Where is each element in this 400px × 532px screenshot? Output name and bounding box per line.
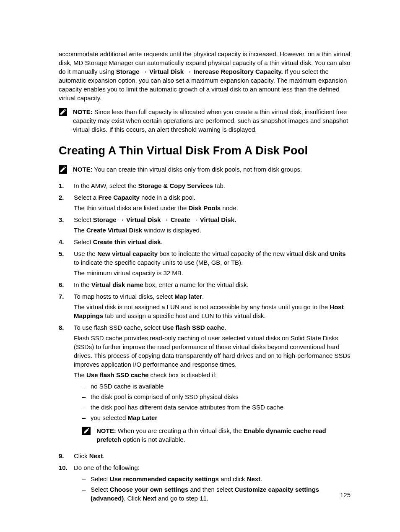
note-pencil-icon bbox=[82, 427, 91, 435]
note-block-1: NOTE: Since less than full capacity is a… bbox=[59, 107, 351, 134]
note-1-text: NOTE: Since less than full capacity is a… bbox=[73, 107, 351, 134]
step-7-sub: The virtual disk is not assigned a LUN a… bbox=[74, 303, 351, 320]
step-2: Select a Free Capacity node in a disk po… bbox=[59, 193, 351, 212]
step-9: Click Next. bbox=[59, 451, 351, 460]
page-number: 125 bbox=[340, 490, 351, 499]
intro-menu-path: Storage → Virtual Disk → Increase Reposi… bbox=[116, 68, 283, 75]
dash-item: you selected Map Later bbox=[82, 413, 351, 422]
note-pencil-icon bbox=[59, 165, 67, 174]
step-8-note-text: NOTE: When you are creating a thin virtu… bbox=[96, 426, 351, 444]
step-8: To use flash SSD cache, select Use flash… bbox=[59, 323, 351, 444]
dash-item: Select Use recommended capacity settings… bbox=[82, 475, 351, 483]
step-6: In the Virtual disk name box, enter a na… bbox=[59, 280, 351, 289]
step-5: Use the New virtual capacity box to indi… bbox=[59, 249, 351, 277]
step-10-dashes: Select Use recommended capacity settings… bbox=[82, 475, 351, 503]
dash-item: the disk pool is comprised of only SSD p… bbox=[82, 392, 351, 401]
note-block-2: NOTE: You can create thin virtual disks … bbox=[59, 165, 351, 174]
note-pencil-icon bbox=[59, 108, 67, 116]
step-1: In the AMW, select the Storage & Copy Se… bbox=[59, 181, 351, 190]
step-3: Select Storage → Virtual Disk → Create →… bbox=[59, 215, 351, 235]
step-3-sub: The Create Virtual Disk window is displa… bbox=[74, 226, 351, 235]
note-1-body: Since less than full capacity is allocat… bbox=[73, 108, 348, 133]
note-2-label: NOTE: bbox=[73, 166, 93, 173]
step-7: To map hosts to virtual disks, select Ma… bbox=[59, 292, 351, 320]
step-8-p3: The Use flash SSD cache check box is dis… bbox=[74, 370, 351, 379]
section-heading: Creating A Thin Virtual Disk From A Disk… bbox=[59, 143, 351, 159]
step-10: Do one of the following: Select Use reco… bbox=[59, 463, 351, 503]
step-5-sub: The minimum virtual capacity is 32 MB. bbox=[74, 269, 351, 277]
dash-item: no SSD cache is available bbox=[82, 382, 351, 391]
intro-paragraph: accommodate additional write requests un… bbox=[59, 50, 351, 102]
step-8-note: NOTE: When you are creating a thin virtu… bbox=[82, 426, 351, 444]
note-2-body: You can create thin virtual disks only f… bbox=[93, 166, 302, 173]
note-1-label: NOTE: bbox=[73, 108, 93, 115]
dash-item: the disk pool has different data service… bbox=[82, 403, 351, 412]
dash-item: Select Choose your own settings and then… bbox=[82, 485, 351, 503]
note-2-text: NOTE: You can create thin virtual disks … bbox=[73, 165, 351, 174]
step-2-sub: The thin virtual disks are listed under … bbox=[74, 203, 351, 212]
step-8-p2: Flash SSD cache provides read-only cachi… bbox=[74, 334, 351, 369]
step-8-dashes: no SSD cache is available the disk pool … bbox=[82, 382, 351, 422]
step-4: Select Create thin virtual disk. bbox=[59, 237, 351, 246]
document-page: accommodate additional write requests un… bbox=[0, 0, 400, 532]
procedure-steps: In the AMW, select the Storage & Copy Se… bbox=[59, 181, 351, 503]
